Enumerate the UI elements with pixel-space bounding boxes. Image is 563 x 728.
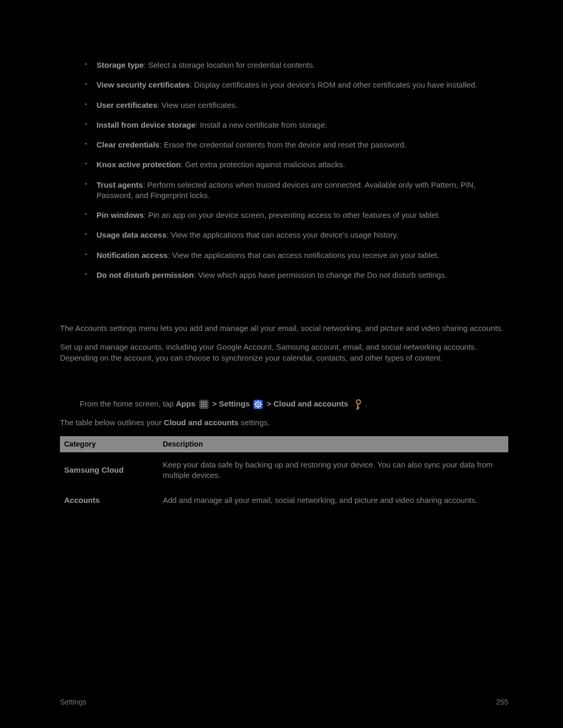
list-item: Storage type: Select a storage location …	[96, 60, 508, 70]
svg-point-5	[203, 403, 205, 405]
list-item: Notification access: View the applicatio…	[96, 250, 508, 261]
svg-point-21	[356, 399, 361, 404]
row-category: Samsung Cloud	[60, 452, 158, 488]
apps-icon	[199, 400, 209, 409]
svg-point-4	[201, 403, 203, 405]
description: Get extra protection against malicious a…	[185, 160, 345, 169]
list-item: Knox active protection: Get extra protec…	[96, 159, 508, 170]
term: Install from device storage	[96, 120, 195, 129]
term: Notification access	[96, 251, 168, 260]
svg-point-1	[201, 401, 203, 403]
description: View the applications that can access yo…	[171, 230, 399, 239]
description: Perform selected actions when trusted de…	[96, 180, 476, 200]
key-icon	[352, 399, 363, 410]
list-item: Clear credentials: Erase the credential …	[96, 140, 508, 150]
description: Install a new certificate from storage.	[200, 120, 327, 129]
term: View security certificates	[96, 80, 190, 89]
row-description: Keep your data safe by backing up and re…	[158, 452, 508, 488]
list-item: Trust agents: Perform selected actions w…	[96, 180, 508, 201]
term: Do not disturb permission	[96, 270, 194, 279]
term: Storage type	[96, 60, 144, 69]
description: View which apps have permission to chang…	[198, 270, 447, 279]
table-row: Samsung Cloud Keep your data safe by bac…	[60, 452, 508, 488]
table-intro: The table below outlines your Cloud and …	[60, 417, 508, 428]
document-page: Storage type: Select a storage location …	[0, 0, 563, 728]
description: View user certificates.	[162, 101, 238, 109]
term: Pin windows	[96, 211, 144, 219]
description: Display certificates in your device's RO…	[194, 80, 477, 89]
security-options-list: Storage type: Select a storage location …	[60, 60, 508, 280]
navigation-path: From the home screen, tap Apps > Setting…	[60, 399, 508, 410]
header-category: Category	[60, 436, 158, 452]
description: Select a storage location for credential…	[148, 60, 315, 69]
term: Trust agents	[96, 180, 143, 189]
header-description: Description	[158, 436, 508, 452]
list-item: Do not disturb permission: View which ap…	[96, 270, 508, 280]
svg-point-3	[205, 401, 207, 403]
row-description: Add and manage all your email, social ne…	[158, 488, 508, 513]
svg-line-22	[354, 404, 360, 410]
accounts-intro-2: Set up and manage accounts, including yo…	[60, 342, 508, 363]
term: Knox active protection	[96, 160, 181, 169]
footer-page-number: 255	[496, 697, 508, 707]
description: Erase the credential contents from the d…	[164, 140, 406, 149]
row-category: Accounts	[60, 488, 158, 513]
svg-point-8	[203, 405, 205, 407]
term: Clear credentials	[96, 140, 160, 149]
description: View the applications that can access no…	[172, 251, 439, 260]
svg-point-7	[201, 405, 203, 407]
settings-icon	[253, 400, 263, 409]
footer-section: Settings	[60, 697, 87, 707]
term: User certificates	[96, 101, 157, 109]
description: Pin an app on your device screen, preven…	[148, 211, 440, 219]
list-item: Usage data access: View the applications…	[96, 230, 508, 240]
svg-point-9	[205, 405, 207, 407]
cloud-accounts-table: Category Description Samsung Cloud Keep …	[60, 436, 508, 513]
term: Usage data access	[96, 230, 166, 239]
list-item: Pin windows: Pin an app on your device s…	[96, 210, 508, 220]
list-item: User certificates: View user certificate…	[96, 100, 508, 110]
list-item: View security certificates: Display cert…	[96, 80, 508, 90]
accounts-intro-1: The Accounts settings menu lets you add …	[60, 323, 508, 334]
svg-point-12	[258, 403, 260, 405]
page-footer: Settings 255	[60, 697, 508, 707]
list-item: Install from device storage: Install a n…	[96, 120, 508, 130]
svg-point-6	[205, 403, 207, 405]
svg-point-2	[203, 401, 205, 403]
table-row: Accounts Add and manage all your email, …	[60, 488, 508, 513]
